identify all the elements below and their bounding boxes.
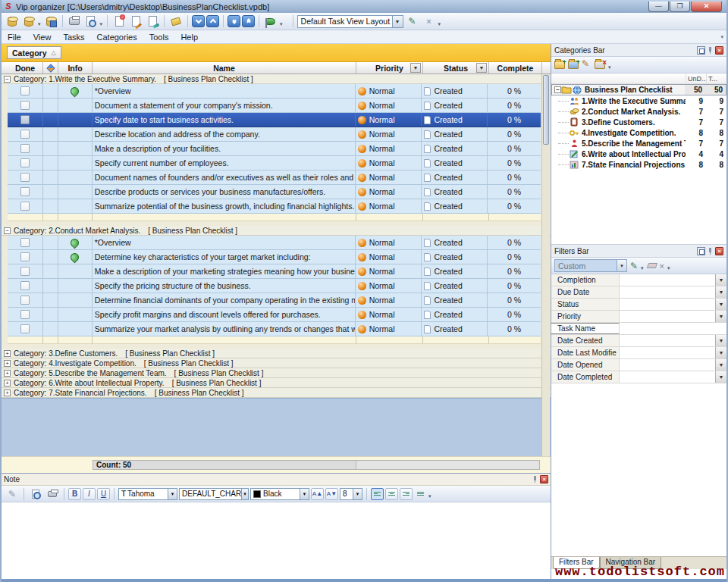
tree-item-root[interactable]: − Business Plan Checklist 50 50 [551,84,726,95]
layout-combo[interactable]: Default Task View Layout ▼ [297,15,403,28]
chevron-down-icon[interactable]: ▼ [241,489,248,499]
task-row[interactable]: Determine key characteristics of your ta… [8,250,541,264]
menu-overflow-icon[interactable]: ▾ [720,34,723,40]
group-category-button[interactable]: Category △ [7,46,61,59]
column-info[interactable]: Info [58,62,93,74]
task-row[interactable]: Summarize potential of the business grow… [8,199,541,214]
chevron-down-icon[interactable]: ▼ [715,359,726,371]
expand-icon[interactable]: + [4,350,11,357]
expand-icon[interactable]: + [4,370,11,377]
task-row[interactable]: Document a statement of your company's m… [8,99,541,113]
move-down-icon[interactable] [192,15,205,27]
pin-icon[interactable] [532,476,538,483]
category-group-header-collapsed[interactable]: + Category: 3.Define Customers. [ Busine… [2,349,551,358]
done-checkbox[interactable] [20,202,30,211]
print-preview-icon[interactable] [28,487,43,502]
filter-preset-combo[interactable]: Custom ▼ [554,259,627,272]
chevron-down-icon[interactable]: ▼ [715,335,726,346]
chevron-down-icon[interactable]: ▼ [168,489,177,499]
tree-item-category[interactable]: 7.State Financial Projections. 8 8 [551,159,726,170]
task-row[interactable]: Document names of founders and/or execut… [8,171,541,185]
collapse-icon[interactable]: − [4,227,11,234]
new-category-icon[interactable]: + [554,61,565,69]
chevron-down-icon[interactable]: ▼ [715,311,726,322]
task-row[interactable]: *Overview Normal Created 0 % [8,236,541,250]
task-row[interactable]: Specify current number of employees. Nor… [8,156,541,171]
menu-help[interactable]: Help [174,31,204,43]
chevron-down-icon[interactable]: ▼ [300,489,309,499]
tree-item-category[interactable]: 6.Write about Intellectual Prop 4 4 [551,149,726,159]
print-icon[interactable] [67,14,82,29]
category-group-header-collapsed[interactable]: + Category: 4.Investigate Competition. [… [2,358,551,368]
column-priority[interactable]: Priority▼ [356,62,423,74]
filter-value-field[interactable] [620,359,715,371]
edit-task-icon[interactable] [128,14,143,29]
priority-filter-dropdown[interactable]: ▼ [410,63,421,73]
menu-tasks[interactable]: Tasks [57,31,90,43]
menu-tools[interactable]: Tools [143,31,175,43]
layout-dropdown-icon[interactable]: ▾ [438,21,441,27]
maximize-button[interactable]: ❐ [670,2,690,12]
restore-icon[interactable] [697,46,705,55]
scrollbar-thumb[interactable] [543,75,549,145]
filters-toolbar-overflow-icon[interactable]: ▾ [667,265,670,271]
done-checkbox[interactable] [20,310,30,319]
done-checkbox[interactable] [20,101,30,110]
increase-font-icon[interactable]: A▲ [311,488,324,500]
tree-item-category[interactable]: 2.Conduct Market Analysis. 7 7 [551,106,726,117]
collapse-icon[interactable]: − [554,86,561,93]
tree-item-category[interactable]: 5.Describe the Management Te 7 7 [551,138,726,149]
task-row[interactable]: Describe location and address of the com… [8,127,541,142]
save-database-icon[interactable] [43,14,58,29]
apply-filter-icon[interactable]: ✎ [630,261,638,271]
category-group-header-collapsed[interactable]: + Category: 5.Describe the Management Te… [2,368,551,378]
filter-value-field[interactable] [620,286,715,298]
print-preview-icon[interactable] [83,14,99,29]
vertical-scrollbar[interactable] [541,74,550,456]
category-group-header-collapsed[interactable]: + Category: 7.State Financial Projection… [2,388,551,398]
task-row[interactable]: Make a description of your marketing str… [8,264,541,279]
new-database-icon[interactable] [5,14,20,29]
done-checkbox[interactable] [20,296,30,305]
done-checkbox[interactable] [20,115,30,124]
align-right-icon[interactable] [400,488,413,500]
filter-value-field[interactable] [620,299,715,310]
menu-file[interactable]: File [2,31,27,43]
column-name[interactable]: Name [93,62,356,74]
task-row[interactable]: Describe products or services your busin… [8,185,541,199]
size-combo[interactable]: 8 ▼ [340,488,362,500]
done-checkbox[interactable] [20,238,30,247]
new-subcategory-icon[interactable]: + [568,61,579,69]
align-center-icon[interactable] [385,488,398,500]
delete-filter-icon[interactable]: × [660,261,664,271]
column-priority-flag[interactable] [43,62,58,74]
edit-note-icon[interactable]: ✎ [5,487,20,502]
apply-layout-icon[interactable]: ✎ [405,14,420,29]
tree-item-category[interactable]: 3.Define Customers. 7 7 [551,117,726,127]
filter-value-field[interactable] [620,311,715,322]
label-icon[interactable] [168,14,184,29]
open-dropdown-icon[interactable]: ▾ [38,21,41,27]
task-row[interactable]: Make a description of your facilities. N… [8,142,541,156]
done-checkbox[interactable] [20,324,30,333]
charset-combo[interactable]: DEFAULT_CHAR ▼ [179,488,249,500]
open-database-icon[interactable] [21,14,36,29]
chevron-down-icon[interactable]: ▼ [392,16,403,27]
done-checkbox[interactable] [20,86,30,95]
categories-toolbar-overflow-icon[interactable]: ▾ [608,64,611,70]
category-group-header[interactable]: − Category: 2.Conduct Market Analysis. [… [2,226,551,236]
tree-item-category[interactable]: 4.Investigate Competition. 8 8 [551,127,726,138]
menu-view[interactable]: View [27,31,58,43]
chevron-down-icon[interactable]: ▼ [617,260,626,271]
chevron-down-icon[interactable]: ▼ [715,286,726,298]
filter-value-field[interactable] [620,371,715,383]
complete-task-icon[interactable] [145,14,160,29]
filter-value-field[interactable] [620,335,715,346]
underline-button[interactable]: U [97,488,110,500]
category-group-header[interactable]: − Category: 1.Write the Executive Summar… [2,74,551,84]
decrease-font-icon[interactable]: A▼ [325,488,338,500]
chevron-down-icon[interactable]: ▼ [715,299,726,310]
minimize-button[interactable]: — [648,2,669,12]
done-checkbox[interactable] [20,267,30,276]
column-total[interactable]: T... [706,74,726,83]
